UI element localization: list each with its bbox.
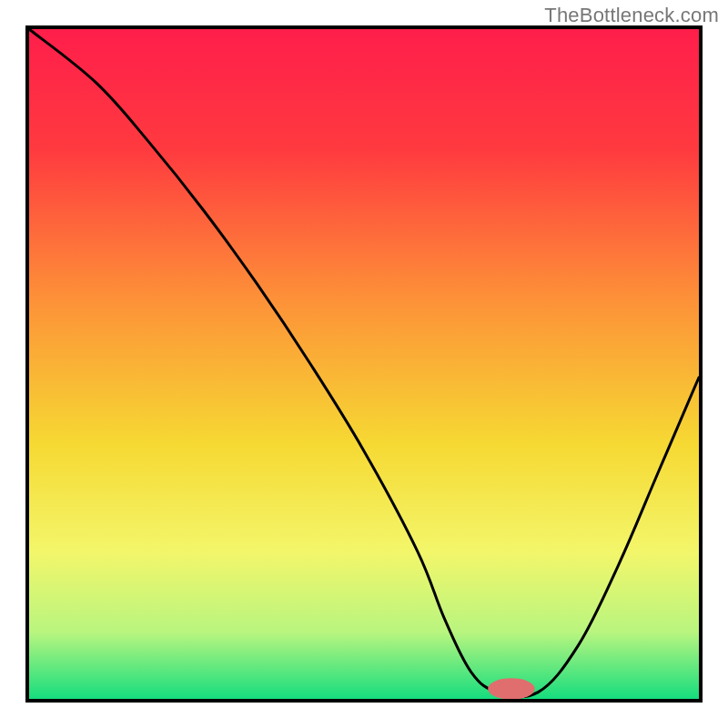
chart-frame (25, 25, 703, 703)
optimal-marker (488, 678, 535, 699)
gradient-fill (29, 29, 699, 699)
bottleneck-chart (29, 29, 699, 699)
watermark-text: TheBottleneck.com (544, 4, 719, 27)
